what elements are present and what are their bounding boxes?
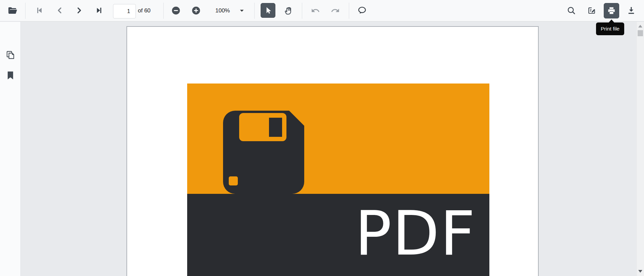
first-page-button[interactable] [32, 3, 47, 18]
next-page-button[interactable] [72, 3, 87, 18]
zoom-in-button[interactable] [189, 3, 203, 18]
zoom-out-button[interactable] [168, 3, 183, 18]
toolbar-separator [25, 3, 25, 19]
pdf-page: PDF [126, 26, 539, 276]
chevron-left-icon [55, 6, 64, 15]
thumbnails-pages-icon [5, 50, 15, 60]
page-count-label: of 60 [138, 0, 151, 21]
hand-tool-button[interactable] [281, 3, 296, 18]
print-button[interactable] [604, 3, 619, 18]
annotate-button[interactable] [584, 3, 599, 18]
print-icon [607, 6, 616, 15]
select-tool-button[interactable] [261, 3, 275, 18]
pdf-cover-image: PDF [187, 84, 489, 276]
pdf-viewer-window: of 60 100% [0, 0, 644, 276]
toolbar-separator [302, 3, 302, 19]
open-file-button[interactable] [5, 3, 20, 18]
redo-button[interactable] [328, 3, 342, 18]
vertical-scrollbar[interactable] [636, 22, 644, 276]
print-tooltip: Print file [596, 22, 624, 35]
bookmark-icon [6, 71, 15, 80]
cursor-arrow-icon [264, 6, 272, 15]
sidebar-item-bookmarks[interactable] [3, 68, 17, 82]
last-page-icon [95, 6, 104, 15]
previous-page-button[interactable] [52, 3, 67, 18]
toolbar-separator [254, 3, 255, 19]
zoom-level-value: 100% [215, 0, 230, 21]
cover-orange-section [187, 84, 489, 194]
scroll-down-icon[interactable] [638, 270, 642, 273]
redo-icon [331, 6, 340, 15]
hand-tool-icon [284, 6, 293, 15]
last-page-button[interactable] [92, 3, 107, 18]
annotate-edit-icon [587, 6, 596, 15]
download-button[interactable] [624, 3, 639, 18]
scrollbar-thumb[interactable] [638, 30, 643, 36]
cover-title: PDF [355, 203, 476, 264]
toolbar-separator [349, 3, 349, 19]
undo-icon [311, 6, 320, 15]
search-button[interactable] [564, 3, 579, 18]
comment-bubble-icon [357, 6, 367, 15]
tooltip-arrow [608, 19, 614, 23]
zoom-in-icon [192, 6, 201, 15]
toolbar-separator [163, 3, 164, 19]
undo-button[interactable] [308, 3, 323, 18]
zoom-level-dropdown[interactable]: 100% [215, 0, 248, 21]
floppy-disk-icon [223, 111, 304, 194]
chevron-right-icon [75, 6, 84, 15]
search-icon [567, 6, 576, 15]
first-page-icon [35, 6, 44, 15]
top-toolbar: of 60 100% [0, 0, 644, 21]
folder-open-icon [7, 5, 17, 15]
cover-dark-section: PDF [187, 194, 489, 276]
zoom-out-icon [171, 6, 180, 15]
comment-button[interactable] [355, 3, 369, 18]
left-sidebar [0, 22, 21, 276]
download-icon [627, 6, 636, 15]
scroll-up-icon[interactable] [638, 25, 642, 27]
page-number-input[interactable] [113, 4, 136, 18]
chevron-down-icon [239, 9, 245, 13]
sidebar-item-thumbnails[interactable] [3, 48, 17, 62]
